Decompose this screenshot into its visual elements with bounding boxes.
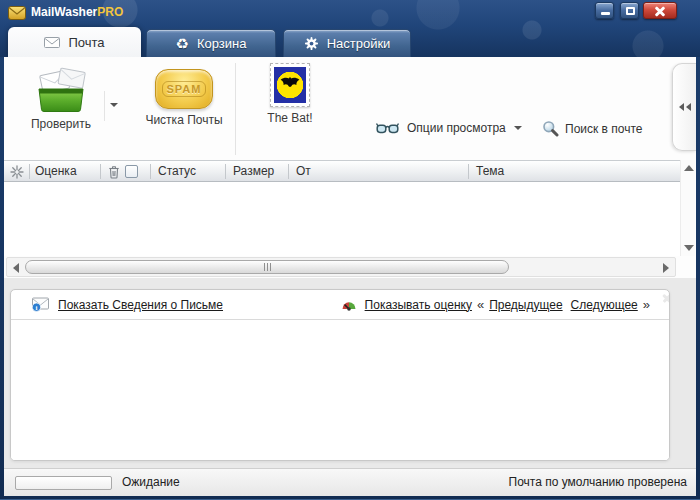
- delete-column-icon[interactable]: [108, 165, 120, 179]
- status-text: Ожидание: [122, 469, 180, 496]
- show-details-link[interactable]: Показать Сведения о Письме: [58, 298, 223, 312]
- collapse-left-icon: [679, 103, 684, 111]
- preview-content[interactable]: [11, 320, 669, 461]
- select-all-checkbox[interactable]: [125, 165, 138, 178]
- search-mail-button[interactable]: Поиск в почте: [542, 120, 643, 137]
- mail-list-header: Оценка Статус Размер От Тема: [4, 160, 680, 182]
- spam-soap-icon: SPAM: [155, 69, 213, 109]
- column-divider[interactable]: [100, 164, 101, 179]
- status-bar: Ожидание Почта по умолчанию проверена: [4, 468, 696, 496]
- view-options-dropdown-icon: [514, 126, 522, 130]
- progress-bar: [15, 476, 112, 490]
- flag-column-icon[interactable]: [10, 165, 24, 179]
- close-button[interactable]: [643, 2, 677, 19]
- sidebar-expander[interactable]: [672, 63, 696, 151]
- search-mail-label: Поиск в почте: [565, 122, 643, 136]
- next-mark: »: [638, 297, 655, 312]
- view-options-label: Опции просмотра: [407, 121, 506, 135]
- column-divider[interactable]: [288, 164, 289, 179]
- collapse-left-icon: [686, 103, 691, 111]
- column-divider[interactable]: [225, 164, 226, 179]
- horizontal-scrollbar[interactable]: [6, 257, 676, 277]
- column-divider[interactable]: [468, 164, 469, 179]
- preview-pane: i Показать Сведения о Письме Показыва: [10, 289, 670, 461]
- app-name-suffix: PRO: [97, 5, 123, 19]
- toolbar-divider: [235, 63, 236, 155]
- recycle-icon: ♻: [176, 37, 189, 51]
- app-name: MailWasher: [31, 5, 97, 19]
- minimize-button[interactable]: [595, 2, 614, 19]
- tab-settings[interactable]: Настройки: [283, 29, 411, 57]
- maximize-icon: [626, 7, 635, 15]
- tab-settings-label: Настройки: [327, 36, 391, 51]
- the-bat-label: The Bat!: [247, 111, 333, 125]
- vertical-scrollbar[interactable]: [680, 160, 695, 256]
- horizontal-scroll-thumb[interactable]: [25, 260, 509, 274]
- minimize-icon: [601, 12, 610, 15]
- rating-gauge-icon: [341, 298, 357, 311]
- tab-mail[interactable]: Почта: [8, 27, 141, 57]
- tab-bar: Почта ♻ Корзина: [0, 26, 700, 57]
- view-options-button[interactable]: Опции просмотра: [376, 121, 522, 135]
- scroll-right-icon[interactable]: [663, 263, 669, 273]
- thumb-grip: [267, 263, 268, 271]
- glasses-icon: [376, 122, 399, 135]
- titlebar[interactable]: MailWasherPRO: [0, 0, 700, 26]
- column-status[interactable]: Статус: [158, 161, 196, 181]
- spam-soap-text: SPAM: [162, 81, 207, 97]
- column-size[interactable]: Размер: [233, 161, 274, 181]
- previous-link[interactable]: Предыдущее: [489, 298, 562, 312]
- check-mail-dropdown-icon[interactable]: [110, 103, 118, 107]
- check-mail-split-divider: [104, 91, 105, 121]
- column-divider[interactable]: [150, 164, 151, 179]
- wash-mail-button[interactable]: SPAM Чистка Почты: [130, 69, 238, 127]
- the-bat-button[interactable]: The Bat!: [247, 63, 333, 125]
- search-icon: [542, 120, 559, 137]
- check-mail-button[interactable]: Проверить: [14, 67, 108, 131]
- thumb-grip: [270, 263, 271, 271]
- gear-icon: [304, 36, 319, 51]
- column-rating[interactable]: Оценка: [35, 161, 77, 181]
- show-rating-link[interactable]: Показывать оценку: [365, 298, 472, 312]
- window-title: MailWasherPRO: [31, 0, 123, 25]
- mail-icon: [44, 37, 60, 48]
- check-mail-label: Проверить: [14, 117, 108, 131]
- wash-mail-label: Чистка Почты: [130, 113, 238, 127]
- thumb-grip: [264, 263, 265, 271]
- the-bat-stamp-icon: [270, 63, 310, 107]
- svg-text:i: i: [36, 304, 38, 312]
- status-message: Почта по умолчанию проверена: [509, 469, 687, 496]
- mail-list[interactable]: [4, 182, 680, 256]
- check-mail-icon: [14, 67, 108, 113]
- tab-mail-label: Почта: [68, 35, 104, 50]
- preview-zone: i Показать Сведения о Письме Показыва: [4, 278, 696, 468]
- column-divider[interactable]: [29, 164, 30, 179]
- tab-recycle-bin-label: Корзина: [197, 36, 247, 51]
- next-link[interactable]: Следующее: [571, 298, 638, 312]
- window-header: MailWasherPRO Почта ♻ Корзина: [0, 0, 700, 57]
- app-icon: [8, 6, 26, 20]
- scroll-down-icon[interactable]: [684, 245, 694, 251]
- mail-info-icon: i: [31, 297, 50, 312]
- previous-mark: «: [472, 297, 489, 312]
- scroll-up-icon[interactable]: [684, 165, 694, 171]
- tab-recycle-bin[interactable]: ♻ Корзина: [146, 29, 276, 57]
- main-area: Проверить SPAM Чистка Почты The Bat!: [4, 57, 696, 468]
- maximize-button[interactable]: [620, 2, 639, 19]
- scroll-left-icon[interactable]: [13, 263, 19, 273]
- column-from[interactable]: От: [296, 161, 311, 181]
- column-subject[interactable]: Тема: [476, 161, 504, 181]
- preview-toolbar: i Показать Сведения о Письме Показыва: [11, 290, 669, 320]
- mailwasher-window: MailWasherPRO Почта ♻ Корзина: [0, 0, 700, 500]
